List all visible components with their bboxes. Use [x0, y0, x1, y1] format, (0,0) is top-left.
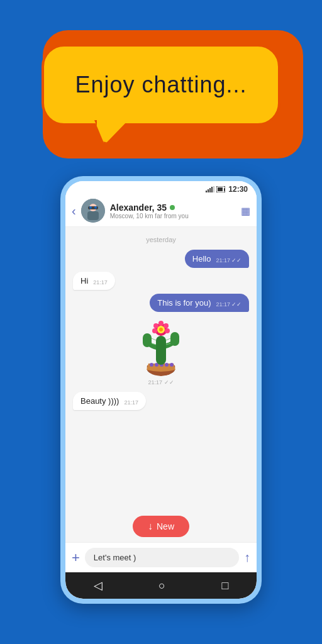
header-action-button[interactable]: ▦	[241, 205, 250, 217]
wifi-icon	[216, 186, 225, 192]
online-status-dot	[170, 205, 175, 210]
message-received-hi: Hi 21:17	[73, 272, 115, 290]
nav-recents-button[interactable]: □	[221, 579, 228, 592]
svg-point-18	[165, 363, 169, 367]
chat-header: ‹ Alexander,	[65, 195, 257, 227]
signal-icon	[206, 186, 214, 192]
add-attachment-button[interactable]: +	[72, 550, 80, 566]
message-bubble-foryou: This is for you) 21:17 ✓✓	[150, 294, 249, 312]
message-received-beauty: Beauty )))) 21:17	[73, 392, 146, 410]
message-text-hello: Hello	[192, 254, 211, 264]
svg-marker-2	[209, 188, 211, 192]
user-name: Alexander, 35	[110, 203, 167, 213]
speech-bubble-text: Enjoy chatting...	[75, 72, 247, 98]
user-info: Alexander, 35 Moscow, 10 km far from you	[110, 203, 236, 219]
phone-inner: 12:30 ‹	[65, 181, 257, 599]
chat-messages: yesterday Hello 21:17 ✓✓	[65, 227, 257, 511]
user-location: Moscow, 10 km far from you	[110, 213, 236, 219]
message-time-hi: 21:17	[93, 279, 108, 286]
message-sent-hello: Hello 21:17 ✓✓	[185, 250, 249, 268]
message-bubble-beauty: Beauty )))) 21:17	[73, 392, 146, 410]
message-bubble-hi: Hi 21:17	[73, 272, 115, 290]
svg-line-25	[166, 338, 170, 340]
nav-back-button[interactable]: ◁	[94, 579, 103, 592]
new-button-container: ↓ New	[65, 511, 257, 542]
svg-point-32	[152, 328, 157, 333]
new-button-icon: ↓	[148, 521, 153, 532]
avatar-image	[81, 199, 105, 223]
date-divider: yesterday	[73, 236, 249, 243]
sticker-time: 21:17 ✓✓	[148, 379, 174, 386]
svg-point-15	[150, 363, 153, 367]
input-area: + ↑	[65, 542, 257, 572]
avatar	[81, 199, 105, 223]
nav-home-button[interactable]: ○	[158, 579, 165, 592]
svg-marker-3	[211, 187, 213, 192]
svg-rect-20	[156, 336, 166, 365]
message-text-foryou: This is for you)	[157, 298, 211, 308]
svg-marker-0	[206, 191, 207, 192]
phone-outer: 12:30 ‹	[60, 176, 262, 604]
new-button-label: New	[157, 521, 174, 531]
cactus-sticker	[133, 318, 189, 378]
status-bar: 12:30	[65, 181, 257, 195]
message-text-beauty: Beauty ))))	[80, 396, 119, 406]
svg-point-29	[164, 323, 169, 328]
svg-rect-13	[87, 211, 99, 220]
svg-point-31	[165, 328, 170, 333]
svg-point-11	[89, 206, 92, 209]
svg-rect-22	[170, 332, 179, 346]
sticker-cactus-area: 21:17 ✓✓	[133, 318, 189, 386]
phone-mockup: 12:30 ‹	[60, 176, 262, 604]
svg-line-23	[152, 338, 156, 340]
message-time-beauty: 21:17	[124, 399, 138, 406]
status-icons: 12:30	[206, 185, 248, 194]
svg-point-12	[94, 206, 97, 209]
time-display: 12:30	[228, 185, 248, 194]
send-button[interactable]: ↑	[244, 550, 250, 565]
message-text-hi: Hi	[80, 276, 88, 286]
svg-point-28	[158, 321, 164, 326]
back-button[interactable]: ‹	[72, 204, 76, 218]
message-tick-hello: ✓✓	[231, 257, 242, 264]
svg-marker-1	[208, 189, 209, 192]
message-tick-foryou: ✓✓	[231, 301, 242, 308]
navigation-bar: ◁ ○ □	[65, 572, 257, 599]
speech-bubble-container: Enjoy chatting...	[25, 19, 297, 151]
svg-point-30	[153, 323, 158, 328]
speech-bubble: Enjoy chatting...	[42, 44, 280, 126]
user-name-row: Alexander, 35	[110, 203, 236, 213]
message-bubble-hello: Hello 21:17 ✓✓	[185, 250, 249, 268]
svg-rect-6	[218, 187, 223, 191]
message-time-foryou: 21:17	[216, 301, 230, 308]
svg-rect-21	[143, 333, 152, 347]
svg-point-34	[159, 328, 163, 331]
svg-marker-4	[213, 186, 214, 192]
svg-point-19	[170, 363, 174, 367]
new-button[interactable]: ↓ New	[133, 516, 189, 537]
message-sent-foryou: This is for you) 21:17 ✓✓	[150, 294, 249, 312]
svg-rect-7	[224, 188, 225, 191]
message-time-hello: 21:17	[216, 257, 230, 264]
message-input[interactable]	[85, 548, 239, 567]
